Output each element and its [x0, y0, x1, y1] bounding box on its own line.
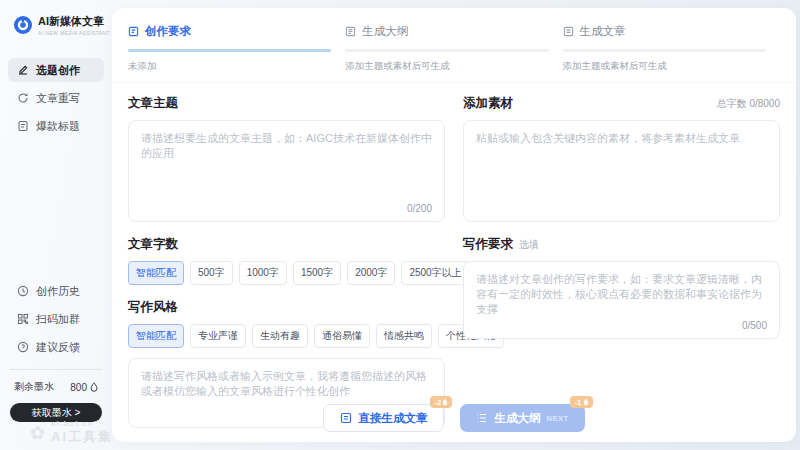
article-icon	[563, 26, 574, 37]
app-logo-icon	[14, 16, 32, 34]
outline-icon	[345, 26, 356, 37]
sidebar-item-label: 创作历史	[36, 284, 80, 299]
footer-actions: -2 直接生成文章 -1 生成大纲 NEXT	[112, 404, 796, 432]
material-section-title: 添加素材	[463, 95, 513, 112]
app-logo: AI新媒体文章 AI NEW MEDIA ASSISTANT	[8, 14, 104, 36]
sidebar-item-topic-creation[interactable]: 选题创作	[8, 58, 104, 82]
ink-drop-icon	[442, 398, 448, 406]
step-status: 添加主题或素材后可生成	[345, 60, 548, 73]
next-tag: NEXT	[546, 414, 568, 423]
material-total-counter: 0/8000	[749, 98, 780, 109]
step-status: 未添加	[128, 60, 331, 73]
qr-code-icon	[17, 313, 29, 325]
watermark-title: AI工具集	[51, 428, 113, 446]
sidebar-item-feedback[interactable]: 建议反馈	[8, 335, 104, 359]
requirements-section-title: 写作要求	[463, 236, 513, 253]
step-label: 生成大纲	[362, 24, 408, 39]
topic-counter: 0/200	[407, 203, 432, 214]
style-chip-accessible[interactable]: 通俗易懂	[314, 324, 370, 348]
word-count-section-title: 文章字数	[128, 236, 178, 253]
watermark: ✿ ai-bot.cn AI工具集	[30, 419, 113, 446]
style-chip-professional[interactable]: 专业严谨	[190, 324, 246, 348]
style-chip-vivid[interactable]: 生动有趣	[252, 324, 308, 348]
requirements-optional-tag: 选填	[519, 238, 539, 252]
requirements-input[interactable]	[464, 262, 779, 338]
style-section-title: 写作风格	[128, 299, 178, 316]
sidebar-item-qr-group[interactable]: 扫码加群	[8, 307, 104, 331]
ink-drop-icon	[583, 398, 589, 406]
requirements-counter: 0/500	[742, 320, 767, 331]
outline-cost-badge: -1	[570, 396, 592, 408]
ink-balance-value: 800	[70, 382, 87, 393]
sidebar-item-hot-title[interactable]: 爆款标题	[8, 114, 104, 138]
left-column: 文章主题 0/200 文章字数 智能匹配 500字 1000字 1500字 20…	[128, 95, 445, 428]
watermark-logo-icon: ✿	[30, 424, 45, 442]
step-header: 创作要求 未添加 生成大纲 添加主题或素材后可生成	[112, 8, 796, 73]
step-label: 创作要求	[145, 24, 191, 39]
step-label: 生成文章	[580, 24, 626, 39]
sidebar-item-article-rewrite[interactable]: 文章重写	[8, 86, 104, 110]
sidebar-item-label: 爆款标题	[36, 119, 80, 134]
word-count-options: 智能匹配 500字 1000字 1500字 2000字 2500字以上 输入字数	[128, 261, 445, 285]
sidebar-item-label: 文章重写	[36, 91, 80, 106]
material-input[interactable]	[464, 121, 779, 221]
topic-section-title: 文章主题	[128, 95, 178, 112]
edit-icon	[17, 64, 29, 76]
generate-article-button[interactable]: 直接生成文章	[323, 404, 444, 432]
step-generate-outline[interactable]: 生成大纲 添加主题或素材后可生成	[345, 24, 562, 73]
style-options: 智能匹配 专业严谨 生动有趣 通俗易懂 情感共鸣 个性化风格	[128, 324, 445, 348]
question-icon	[17, 341, 29, 353]
sidebar-item-label: 选题创作	[36, 63, 80, 78]
article-icon	[340, 412, 352, 424]
word-count-chip-2500plus[interactable]: 2500字以上	[401, 261, 469, 285]
step-progress-bar	[563, 49, 766, 52]
style-chip-emotional[interactable]: 情感共鸣	[376, 324, 432, 348]
document-icon	[17, 120, 29, 132]
step-progress-bar	[128, 49, 331, 52]
ink-drop-icon	[90, 382, 98, 392]
app-subtitle: AI NEW MEDIA ASSISTANT	[38, 30, 110, 36]
right-column: 添加素材 总字数 0/8000 写作要求 选填 0/500	[463, 95, 780, 428]
main-panel: 创作要求 未添加 生成大纲 添加主题或素材后可生成	[112, 8, 796, 442]
app-title: AI新媒体文章	[38, 14, 110, 29]
refresh-icon	[17, 92, 29, 104]
generate-outline-button[interactable]: 生成大纲 NEXT	[460, 404, 584, 432]
material-total-label: 总字数	[717, 98, 747, 109]
step-generate-article[interactable]: 生成文章 添加主题或素材后可生成	[563, 24, 780, 73]
sidebar-item-history[interactable]: 创作历史	[8, 279, 104, 303]
form-icon	[128, 26, 139, 37]
step-creation-requirements[interactable]: 创作要求 未添加	[128, 24, 345, 73]
step-progress-bar	[345, 49, 548, 52]
word-count-chip-2000[interactable]: 2000字	[347, 261, 395, 285]
sidebar-item-label: 扫码加群	[36, 312, 80, 327]
clock-icon	[17, 285, 29, 297]
word-count-chip-smart[interactable]: 智能匹配	[128, 261, 184, 285]
article-cost-badge: -2	[430, 396, 452, 408]
word-count-chip-1500[interactable]: 1500字	[293, 261, 341, 285]
sidebar-divider	[10, 369, 102, 370]
sidebar: AI新媒体文章 AI NEW MEDIA ASSISTANT 选题创作 文章重写…	[0, 0, 112, 450]
word-count-chip-500[interactable]: 500字	[190, 261, 233, 285]
watermark-url: ai-bot.cn	[51, 419, 113, 428]
list-icon	[476, 412, 488, 424]
topic-input[interactable]	[129, 121, 444, 221]
ink-balance-label: 剩余墨水	[14, 380, 54, 394]
sidebar-item-label: 建议反馈	[36, 340, 80, 355]
step-status: 添加主题或素材后可生成	[563, 60, 766, 73]
style-chip-smart[interactable]: 智能匹配	[128, 324, 184, 348]
word-count-chip-1000[interactable]: 1000字	[239, 261, 287, 285]
